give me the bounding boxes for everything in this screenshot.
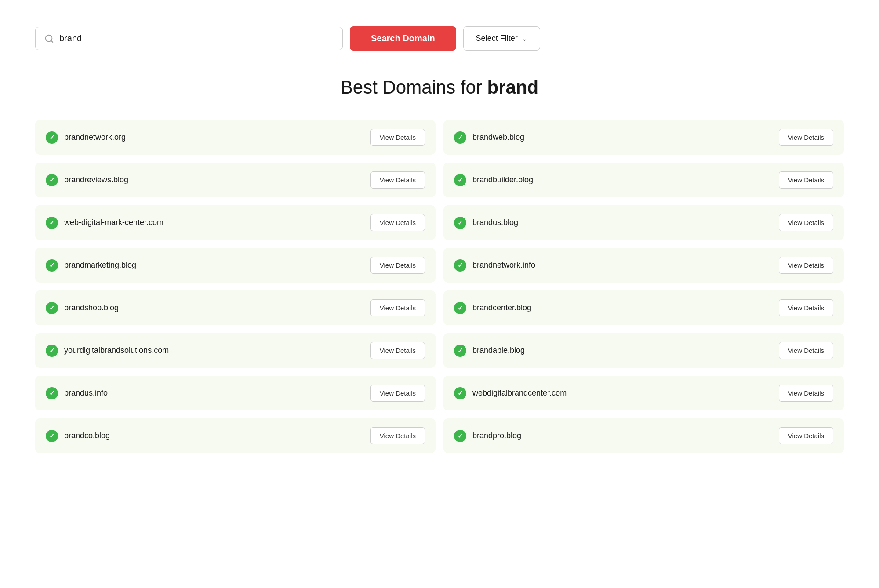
domain-left: brandreviews.blog	[46, 174, 128, 186]
view-details-button[interactable]: View Details	[779, 427, 833, 444]
domain-item: brandcenter.blog View Details	[443, 290, 844, 325]
domain-item: brandmarketing.blog View Details	[35, 248, 436, 283]
view-details-button[interactable]: View Details	[370, 299, 425, 316]
view-details-button[interactable]: View Details	[779, 342, 833, 359]
domain-name: brandshop.blog	[64, 303, 119, 312]
domain-left: web-digital-mark-center.com	[46, 217, 163, 229]
search-icon	[44, 34, 54, 44]
available-icon	[454, 302, 466, 314]
domain-name: brandpro.blog	[472, 431, 521, 440]
available-icon	[46, 174, 58, 186]
available-icon	[454, 217, 466, 229]
available-icon	[46, 430, 58, 442]
domain-name: brandco.blog	[64, 431, 110, 440]
view-details-button[interactable]: View Details	[779, 299, 833, 316]
view-details-button[interactable]: View Details	[370, 342, 425, 359]
domain-item: brandpro.blog View Details	[443, 418, 844, 453]
domain-name: brandweb.blog	[472, 133, 524, 142]
available-icon	[46, 259, 58, 272]
view-details-button[interactable]: View Details	[370, 257, 425, 274]
available-icon	[454, 387, 466, 399]
domain-name: brandnetwork.org	[64, 133, 126, 142]
domain-left: brandweb.blog	[454, 131, 524, 144]
domain-left: brandnetwork.org	[46, 131, 126, 144]
search-input[interactable]	[59, 33, 334, 44]
available-icon	[454, 174, 466, 186]
domain-left: brandus.blog	[454, 217, 518, 229]
view-details-button[interactable]: View Details	[370, 171, 425, 189]
view-details-button[interactable]: View Details	[370, 129, 425, 146]
available-icon	[46, 387, 58, 399]
domain-item: brandable.blog View Details	[443, 333, 844, 368]
domain-name: brandable.blog	[472, 346, 525, 355]
domain-left: brandmarketing.blog	[46, 259, 136, 272]
domain-name: brandnetwork.info	[472, 261, 535, 270]
chevron-down-icon: ⌄	[522, 35, 527, 42]
domain-item: brandco.blog View Details	[35, 418, 436, 453]
domain-name: brandreviews.blog	[64, 175, 128, 185]
domain-name: brandbuilder.blog	[472, 175, 533, 185]
domain-left: webdigitalbrandcenter.com	[454, 387, 567, 399]
domain-left: brandbuilder.blog	[454, 174, 533, 186]
domain-name: web-digital-mark-center.com	[64, 218, 163, 227]
domain-item: brandbuilder.blog View Details	[443, 163, 844, 197]
view-details-button[interactable]: View Details	[779, 129, 833, 146]
available-icon	[46, 345, 58, 357]
domain-item: yourdigitalbrandsolutions.com View Detai…	[35, 333, 436, 368]
search-input-wrapper	[35, 27, 343, 50]
domain-item: web-digital-mark-center.com View Details	[35, 205, 436, 240]
domain-left: brandus.info	[46, 387, 108, 399]
available-icon	[46, 302, 58, 314]
view-details-button[interactable]: View Details	[370, 214, 425, 231]
domain-name: brandmarketing.blog	[64, 261, 136, 270]
domains-grid: brandnetwork.org View Details brandweb.b…	[35, 120, 844, 453]
results-heading: Best Domains for brand	[35, 77, 844, 98]
domain-left: brandco.blog	[46, 430, 110, 442]
domain-left: brandable.blog	[454, 345, 525, 357]
domain-item: brandnetwork.org View Details	[35, 120, 436, 155]
filter-label: Select Filter	[476, 34, 518, 43]
view-details-button[interactable]: View Details	[779, 214, 833, 231]
search-bar: Search Domain Select Filter ⌄	[35, 26, 844, 51]
domain-name: brandus.info	[64, 388, 108, 398]
available-icon	[46, 131, 58, 144]
domain-name: yourdigitalbrandsolutions.com	[64, 346, 169, 355]
domain-left: brandpro.blog	[454, 430, 521, 442]
domain-item: brandshop.blog View Details	[35, 290, 436, 325]
view-details-button[interactable]: View Details	[779, 171, 833, 189]
domain-left: yourdigitalbrandsolutions.com	[46, 345, 169, 357]
available-icon	[454, 259, 466, 272]
domain-item: brandreviews.blog View Details	[35, 163, 436, 197]
available-icon	[454, 131, 466, 144]
domain-item: webdigitalbrandcenter.com View Details	[443, 376, 844, 410]
domain-item: brandnetwork.info View Details	[443, 248, 844, 283]
view-details-button[interactable]: View Details	[779, 385, 833, 402]
svg-line-1	[51, 40, 53, 42]
search-domain-button[interactable]: Search Domain	[350, 26, 456, 51]
filter-button[interactable]: Select Filter ⌄	[463, 26, 540, 51]
domain-name: brandus.blog	[472, 218, 518, 227]
available-icon	[454, 345, 466, 357]
domain-item: brandus.info View Details	[35, 376, 436, 410]
view-details-button[interactable]: View Details	[370, 385, 425, 402]
available-icon	[454, 430, 466, 442]
domain-name: brandcenter.blog	[472, 303, 531, 312]
view-details-button[interactable]: View Details	[779, 257, 833, 274]
domain-item: brandus.blog View Details	[443, 205, 844, 240]
domain-left: brandshop.blog	[46, 302, 119, 314]
domain-item: brandweb.blog View Details	[443, 120, 844, 155]
domain-left: brandnetwork.info	[454, 259, 535, 272]
domain-name: webdigitalbrandcenter.com	[472, 388, 567, 398]
domain-left: brandcenter.blog	[454, 302, 531, 314]
view-details-button[interactable]: View Details	[370, 427, 425, 444]
available-icon	[46, 217, 58, 229]
